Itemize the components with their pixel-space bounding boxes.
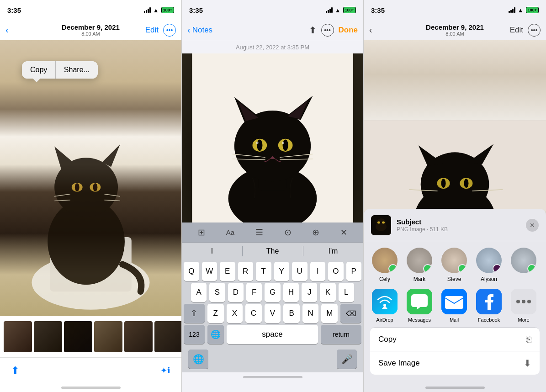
num-key[interactable]: 123 (184, 325, 205, 344)
save-action-icon: ⬇ (524, 358, 531, 369)
markup-icon[interactable]: ⊕ (312, 227, 319, 238)
thumb-4[interactable] (94, 321, 122, 352)
contact-name-mark: Mark (413, 276, 426, 282)
key-E[interactable]: E (220, 262, 235, 281)
contact-name-cely: Cely (379, 276, 390, 282)
return-key[interactable]: return (321, 325, 361, 344)
notes-date: August 22, 2022 at 3:35 PM (182, 40, 363, 53)
keyboard-close[interactable]: ✕ (340, 228, 347, 238)
key-P[interactable]: P (346, 262, 362, 281)
copy-menu-item[interactable]: Copy (22, 61, 55, 79)
globe-key[interactable]: 🌐 (188, 350, 208, 369)
home-indicator-1 (0, 383, 181, 392)
nav-actions-2: ⬆ ••• Done (309, 24, 358, 37)
contact-alyson[interactable]: Alyson (475, 248, 503, 282)
edit-button-3[interactable]: Edit (510, 26, 523, 35)
predictive-bar: I The I'm (182, 243, 363, 260)
svg-point-8 (75, 183, 80, 191)
save-action-row[interactable]: Save Image ⬇ (370, 351, 540, 375)
key-F[interactable]: F (246, 283, 262, 302)
more-button-3[interactable]: ••• (528, 24, 541, 37)
key-A[interactable]: A (191, 283, 207, 302)
space-key[interactable]: space (227, 325, 318, 344)
app-messages[interactable]: Messages (406, 289, 433, 323)
thumb-6[interactable] (154, 321, 181, 352)
svg-point-9 (93, 183, 97, 191)
key-N[interactable]: N (302, 304, 319, 323)
key-T[interactable]: T (256, 262, 271, 281)
back-chevron-1[interactable]: ‹ (5, 25, 9, 35)
key-row-3: ⇧ Z X C V B N M ⌫ (182, 302, 363, 323)
contact-name-steve: Steve (447, 276, 461, 282)
messages-app-icon (407, 289, 432, 314)
back-chevron-3[interactable]: ‹ (369, 25, 372, 35)
app-more[interactable]: More (510, 289, 537, 323)
key-S[interactable]: S (209, 283, 225, 302)
list-icon[interactable]: ☰ (255, 227, 263, 238)
cat-photo-2 (182, 53, 363, 222)
key-G[interactable]: G (265, 283, 280, 302)
key-Z[interactable]: Z (207, 304, 224, 323)
more-button-2[interactable]: ••• (321, 24, 334, 37)
thumb-3[interactable] (64, 321, 92, 352)
key-I[interactable]: I (310, 262, 326, 281)
key-Y[interactable]: Y (274, 262, 290, 281)
status-bar-3: 3:35 ▲ 100+ (364, 0, 546, 20)
key-Q[interactable]: Q (184, 262, 199, 281)
app-airdrop[interactable]: AirDrop (371, 289, 398, 323)
pred-item-1[interactable]: I (182, 243, 242, 260)
key-L[interactable]: L (339, 283, 354, 302)
key-W[interactable]: W (202, 262, 217, 281)
key-H[interactable]: H (283, 283, 299, 302)
app-mail[interactable]: Mail (440, 289, 468, 323)
contact-extra[interactable] (510, 248, 537, 282)
shift-key[interactable]: ⇧ (184, 304, 205, 323)
camera-icon[interactable]: ⊙ (284, 227, 292, 238)
svg-point-60 (522, 300, 525, 303)
delete-key[interactable]: ⌫ (340, 304, 361, 323)
svg-point-51 (382, 222, 385, 224)
table-icon[interactable]: ⊞ (198, 227, 205, 238)
copy-action-label: Copy (378, 335, 526, 344)
key-U[interactable]: U (292, 262, 307, 281)
share-icon-2[interactable]: ⬆ (309, 25, 317, 36)
done-button[interactable]: Done (339, 26, 358, 35)
emoji-key[interactable]: 🌐 (207, 325, 224, 344)
app-strip: AirDrop Messages (364, 286, 546, 327)
contact-mark[interactable]: Mark (406, 248, 433, 282)
key-R[interactable]: R (238, 262, 254, 281)
cat-photo-1 (0, 40, 181, 316)
edit-button-1[interactable]: Edit (145, 26, 159, 35)
key-M[interactable]: M (321, 304, 338, 323)
mic-key[interactable]: 🎤 (337, 350, 357, 369)
app-facebook[interactable]: Facebook (475, 289, 503, 323)
thumbnail-strip (0, 316, 181, 357)
panel-2: 3:35 ▲ 100+ ‹ Notes ⬆ ••• Done August 22… (182, 0, 364, 392)
contact-cely[interactable]: Cely (371, 248, 398, 282)
contact-avatar-steve (441, 248, 467, 273)
info-icon-1[interactable]: ✦ℹ (160, 366, 170, 376)
font-icon[interactable]: Aa (226, 228, 234, 236)
pred-item-3[interactable]: I'm (303, 243, 363, 260)
key-C[interactable]: C (245, 304, 262, 323)
share-menu-item[interactable]: Share... (56, 61, 98, 79)
key-X[interactable]: X (227, 304, 243, 323)
key-K[interactable]: K (320, 283, 335, 302)
thumb-5[interactable] (124, 321, 153, 352)
key-V[interactable]: V (265, 304, 281, 323)
back-button-2[interactable]: ‹ Notes (187, 25, 212, 35)
messages-svg (407, 289, 432, 314)
share-close-button[interactable]: ✕ (526, 219, 539, 232)
share-icon-1[interactable]: ⬆ (11, 365, 19, 376)
key-O[interactable]: O (328, 262, 344, 281)
contact-steve[interactable]: Steve (440, 248, 468, 282)
copy-action-row[interactable]: Copy ⎘ (370, 327, 540, 351)
thumb-2[interactable] (34, 321, 62, 352)
key-B[interactable]: B (283, 304, 300, 323)
key-D[interactable]: D (228, 283, 244, 302)
thumb-1[interactable] (4, 321, 32, 352)
airdrop-svg (372, 289, 398, 314)
pred-item-2[interactable]: The (243, 243, 303, 260)
key-J[interactable]: J (302, 283, 317, 302)
more-button-1[interactable]: ••• (163, 24, 176, 37)
